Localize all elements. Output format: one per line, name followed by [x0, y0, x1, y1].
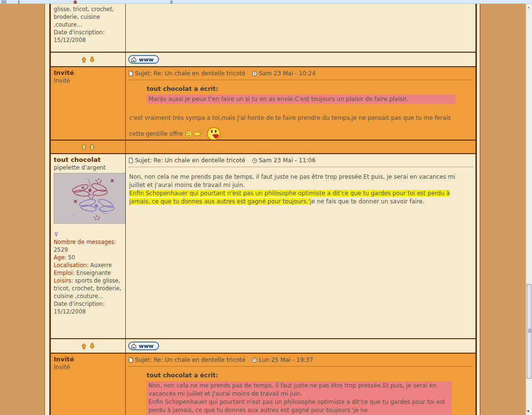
post-body-text: je ne fais que te donner un savoir faire…	[310, 198, 425, 205]
www-button[interactable]: www	[128, 55, 159, 64]
post-body-text: Non, non cela ne me prends pas de temps,…	[129, 173, 455, 188]
post-row-guest2: Invité Invité Sujet: Re: Un chale en den…	[51, 353, 475, 415]
post-row-toutchocolat: tout chocolat pipelette d'argent	[51, 153, 475, 338]
post-date: Lun 25 Mai - 19:37	[259, 357, 313, 363]
header-separator	[128, 80, 473, 80]
browser-chrome-strip	[0, 0, 532, 4]
scrollbar-top-mark: ▴	[528, 6, 530, 9]
subject-page-icon	[129, 157, 133, 163]
go-down-icon[interactable]	[89, 57, 95, 63]
subject-page-icon	[129, 357, 133, 363]
post-subject: Sujet: Re: Un chale en dentelle tricoté	[135, 157, 245, 164]
quote-text-part: Non, non cela ne me prends pas de temps,…	[148, 382, 436, 397]
post-subject: Sujet: Re: Un chale en dentelle tricoté	[135, 357, 245, 363]
www-button[interactable]: www	[128, 342, 159, 350]
browser-favicon-fragment	[74, 0, 77, 4]
scrollbar-down-arrow[interactable]: ▾	[527, 409, 530, 414]
back-to-top-icon[interactable]	[81, 343, 87, 349]
post-footer-row: www	[51, 52, 475, 66]
back-to-top-icon[interactable]	[81, 144, 87, 150]
browser-icon-fragment	[1, 0, 6, 3]
author-name: Invité	[54, 69, 122, 77]
profile-cell: glisse, tricot, crochet, broderie, cuisi…	[51, 4, 126, 52]
go-down-icon[interactable]	[89, 144, 95, 150]
www-button-label: www	[139, 343, 154, 349]
post-body-text: cette gentille offre	[129, 130, 183, 138]
scrollbar-grip	[528, 329, 531, 333]
quote-title: tout chocolat a écrit:	[147, 85, 456, 92]
post-actions-cell: www	[126, 53, 475, 66]
author-rank: pipelette d'argent	[54, 164, 122, 172]
profile-label: Nombre de messages:	[54, 239, 116, 245]
profile-cell: Invité Invité	[51, 354, 126, 415]
back-to-top-icon[interactable]	[81, 57, 87, 63]
quote-title: tout chocolat a écrit:	[147, 372, 452, 379]
post-row-partial: glisse, tricot, crochet, broderie, cuisi…	[51, 4, 475, 52]
profile-label: Localisation:	[54, 262, 89, 269]
message-cell: Sujet: Re: Un chale en dentelle tricoté …	[126, 67, 475, 140]
profile-loisirs-tail: glisse, tricot, crochet, broderie, cuisi…	[54, 5, 122, 29]
clock-icon	[252, 358, 257, 363]
post-header: Sujet: Re: Un chale en dentelle tricoté …	[128, 355, 473, 363]
quote-text: MariJo aussi je peux t'en faire un si tu…	[147, 95, 456, 104]
home-icon	[131, 57, 137, 63]
profile-cell: Invité Invité	[51, 67, 126, 140]
post-footer-row	[51, 140, 475, 153]
browser-divider-fragment	[18, 0, 19, 4]
profile-field-emploi: Emploi: Enseignante	[54, 269, 122, 277]
profile-label: Emploi:	[54, 270, 74, 276]
profile-label: Loisirs:	[54, 277, 73, 284]
profile-value: Enseignante	[76, 270, 111, 276]
post-nav-cell	[51, 339, 126, 353]
profile-label: Age:	[54, 254, 66, 261]
profile-field-localisation: Localisation: Auxerre	[54, 261, 122, 269]
author-rank: Invité	[54, 77, 122, 85]
clock-icon	[252, 158, 257, 163]
profile-value: 15/12/2008	[54, 308, 86, 315]
post-row-guest1: Invité Invité Sujet: Re: Un chale en den…	[51, 66, 475, 140]
home-icon	[131, 343, 137, 349]
quote-text-part: Enfin Schopenhauer qui pourtant n'est pa…	[148, 399, 445, 414]
profile-cell: tout chocolat pipelette d'argent	[51, 154, 126, 338]
post-body-line: cette gentille offre	[128, 126, 473, 140]
scrollbar-thumb[interactable]	[527, 284, 532, 379]
www-button-label: www	[139, 57, 154, 63]
thumb-hand-icon	[193, 129, 205, 139]
message-cell: Sujet: Re: Un chale en dentelle tricoté …	[126, 154, 475, 338]
profile-inscription-date: Date d'inscription: 15/12/2008	[54, 29, 122, 44]
post-nav-cell	[51, 53, 126, 66]
author-rank: Invité	[54, 363, 122, 371]
avatar	[54, 173, 126, 224]
quote-block: tout chocolat a écrit: Non, non cela ne …	[147, 372, 452, 415]
profile-value: Auxerre	[90, 262, 112, 269]
profile-value: 50	[68, 254, 75, 261]
wink-smiley-icon	[185, 130, 192, 138]
posts-table: glisse, tricot, crochet, broderie, cuisi…	[49, 4, 477, 415]
clock-icon	[252, 71, 257, 76]
post-footer-row: www	[51, 338, 475, 353]
header-separator	[128, 167, 473, 167]
profile-label: Date d'inscription:	[54, 301, 105, 307]
quote-block: tout chocolat a écrit: MariJo aussi je p…	[147, 85, 456, 104]
post-header: Sujet: Re: Un chale en dentelle tricoté …	[128, 156, 473, 164]
message-cell	[126, 4, 475, 52]
subject-page-icon	[129, 71, 133, 76]
post-body-line: c'est vraiment très sympa a toi,mais j'a…	[128, 114, 473, 122]
profile-field-age: Age: 50	[54, 254, 122, 261]
post-body: Non, non cela ne me prends pas de temps,…	[128, 173, 473, 206]
quote-text: Non, non cela ne me prends pas de temps,…	[147, 381, 452, 415]
profile-field-inscription: Date d'inscription: 15/12/2008	[54, 300, 122, 315]
browser-icon-fragment	[170, 0, 173, 4]
post-header: Sujet: Re: Un chale en dentelle tricoté …	[128, 69, 473, 77]
header-separator	[128, 366, 473, 367]
vertical-scrollbar[interactable]: ▴ ▾	[526, 4, 532, 415]
go-down-icon[interactable]	[89, 343, 95, 349]
post-subject: Sujet: Re: Un chale en dentelle tricoté	[135, 70, 245, 77]
post-date: Sam 23 Mai - 10:24	[259, 70, 315, 77]
message-cell: Sujet: Re: Un chale en dentelle tricoté …	[126, 354, 475, 415]
post-actions-cell: www	[126, 339, 475, 353]
female-gender-icon: ♀	[54, 231, 122, 237]
profile-field-messages: Nombre de messages: 2529	[54, 238, 122, 254]
profile-field-loisirs: Loisirs: sports de glisse, tricot, croch…	[54, 277, 122, 300]
kiss-heart-smiley-icon	[206, 126, 222, 140]
